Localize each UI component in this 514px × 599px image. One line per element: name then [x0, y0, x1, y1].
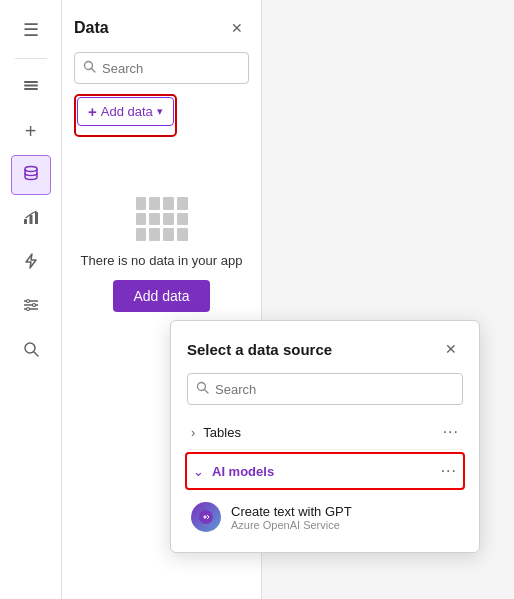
select-data-source-dialog: Select a data source ✕ › Tables ··· ⌄ [170, 320, 480, 553]
panel-close-button[interactable]: ✕ [225, 16, 249, 40]
chevron-right-icon: › [191, 425, 195, 440]
close-icon: ✕ [445, 341, 457, 357]
plus-icon: + [88, 103, 97, 120]
svg-line-19 [205, 390, 209, 394]
svg-rect-2 [24, 88, 38, 90]
svg-point-11 [26, 299, 29, 302]
search-icon [196, 380, 209, 398]
ai-models-source-left: ⌄ AI models [193, 464, 274, 479]
svg-rect-1 [24, 84, 38, 86]
create-text-gpt-item[interactable]: Create text with GPT Azure OpenAI Servic… [187, 492, 463, 536]
sidebar-item-chart[interactable] [11, 199, 51, 239]
lightning-icon [21, 251, 41, 276]
data-search-input[interactable] [102, 61, 270, 76]
sidebar-item-search[interactable] [11, 331, 51, 371]
data-search-box[interactable] [74, 52, 249, 84]
tables-more-icon[interactable]: ··· [443, 423, 459, 441]
empty-state: There is no data in your app Add data [74, 197, 249, 312]
ai-models-label: AI models [212, 464, 274, 479]
sidebar-item-lightning[interactable] [11, 243, 51, 283]
tables-label: Tables [203, 425, 241, 440]
sidebar-divider [15, 58, 47, 59]
sidebar-item-add[interactable]: + [11, 111, 51, 151]
dialog-close-button[interactable]: ✕ [439, 337, 463, 361]
svg-line-15 [34, 352, 38, 356]
gpt-item-subtitle: Azure OpenAI Service [231, 519, 352, 531]
settings-icon [21, 295, 41, 320]
tables-source-left: › Tables [191, 425, 241, 440]
svg-rect-0 [24, 81, 38, 83]
search-icon [22, 340, 40, 363]
chart-icon [21, 207, 41, 232]
svg-point-12 [32, 303, 35, 306]
dialog-search-box[interactable] [187, 373, 463, 405]
dialog-search-input[interactable] [215, 382, 454, 397]
dialog-title: Select a data source [187, 341, 332, 358]
ai-models-more-icon[interactable]: ··· [441, 462, 457, 480]
gpt-item-text: Create text with GPT Azure OpenAI Servic… [231, 504, 352, 531]
data-source-list: › Tables ··· ⌄ AI models ··· [187, 415, 463, 536]
panel-title: Data [74, 19, 109, 37]
dialog-header: Select a data source ✕ [187, 337, 463, 361]
tables-source-item[interactable]: › Tables ··· [187, 415, 463, 450]
sidebar-item-settings[interactable] [11, 287, 51, 327]
svg-point-13 [26, 307, 29, 310]
gpt-icon [191, 502, 221, 532]
add-data-button[interactable]: + Add data ▾ [77, 97, 174, 126]
chevron-down-icon: ⌄ [193, 464, 204, 479]
sidebar-item-menu[interactable]: ☰ [11, 10, 51, 50]
svg-line-17 [92, 69, 96, 73]
empty-state-text: There is no data in your app [81, 253, 243, 268]
add-data-purple-button[interactable]: Add data [113, 280, 209, 312]
layers-icon [21, 75, 41, 100]
add-icon: + [25, 120, 37, 143]
sidebar: ☰ + [0, 0, 62, 599]
svg-rect-5 [29, 215, 32, 224]
panel-header: Data ✕ [74, 16, 249, 40]
close-icon: ✕ [231, 20, 243, 36]
grid-icon [136, 197, 188, 241]
add-data-label: Add data [101, 104, 153, 119]
search-icon [83, 60, 96, 76]
sidebar-item-database[interactable] [11, 155, 51, 195]
ai-models-source-item[interactable]: ⌄ AI models ··· [185, 452, 465, 490]
database-icon [21, 163, 41, 188]
svg-marker-7 [26, 254, 36, 268]
gpt-item-title: Create text with GPT [231, 504, 352, 519]
svg-point-3 [25, 166, 37, 171]
chevron-down-icon: ▾ [157, 105, 163, 118]
svg-rect-4 [24, 219, 27, 224]
svg-rect-6 [35, 212, 38, 224]
sidebar-item-layers[interactable] [11, 67, 51, 107]
menu-icon: ☰ [23, 19, 39, 41]
